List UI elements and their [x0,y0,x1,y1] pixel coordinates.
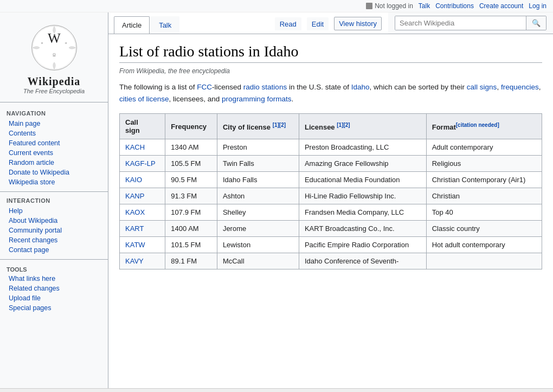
sidebar-item-wikipedia-store[interactable]: Wikipedia store [0,177,108,187]
tab-view-history[interactable]: View history [334,17,382,30]
call-sign-link[interactable]: KACH [125,143,145,151]
cell-format: Top 40 [426,204,542,221]
idaho-link[interactable]: Idaho [351,83,370,91]
navigation-heading: Navigation [0,108,108,119]
from-wiki-text: From Wikipedia, the free encyclopedia [119,67,542,75]
cell-licensee: Educational Media Foundation [299,172,426,188]
tab-read[interactable]: Read [275,17,301,30]
programming-formats-link[interactable]: programming formats [222,95,291,103]
cell-city: Shelley [217,204,299,221]
cell-licensee: Amazing Grace Fellowship [299,156,426,172]
table-row: KAVY89.1 FMMcCallIdaho Conference of Sev… [120,253,542,269]
cell-licensee: Pacific Empire Radio Corporation [299,237,426,253]
bottombar: open in browser | PRO version Are you a … [0,388,553,392]
cell-call-sign: KACH [120,139,165,156]
tools-section: Tools What links here Related changes Up… [0,263,108,313]
call-sign-link[interactable]: KART [125,224,144,233]
table-row: KACH1340 AMPrestonPreston Broadcasting, … [120,139,542,156]
col-header-call-sign: Callsign [120,114,165,139]
sidebar-item-recent-changes[interactable]: Recent changes [0,235,108,245]
frequencies-link[interactable]: frequencies [501,83,539,91]
page-title: List of radio stations in Idaho [119,43,542,63]
create-account-link[interactable]: Create account [479,2,523,10]
cell-licensee: KART Broadcasting Co., Inc. [299,221,426,237]
tools-heading: Tools [0,263,108,274]
user-icon [366,3,372,9]
tabs-left: Article Talk [114,16,181,34]
cell-frequency: 101.5 FM [165,237,217,253]
search-box: 🔍 [395,16,546,30]
svg-text:Ω: Ω [53,53,55,57]
cell-city: Lewiston [217,237,299,253]
col-header-city: City of license [1][2] [217,114,299,139]
col-header-frequency: Frequency [165,114,217,139]
sidebar-item-help[interactable]: Help [0,206,108,216]
sidebar-item-contact[interactable]: Contact page [0,245,108,255]
cell-licensee: Idaho Conference of Seventh- [299,253,426,269]
logo-area: W Ω я α 文 Wikipedia The Free Encyclopedi… [0,18,108,102]
not-logged-in-text: Not logged in [375,2,413,10]
search-container: 🔍 [388,12,553,34]
cell-frequency: 91.3 FM [165,188,217,204]
table-row: KAGF-LP105.5 FMTwin FallsAmazing Grace F… [120,156,542,172]
cell-licensee: Frandsen Media Company, LLC [299,204,426,221]
interaction-section: Interaction Help About Wikipedia Communi… [0,195,108,255]
cell-frequency: 1340 AM [165,139,217,156]
cell-format: Christian Contemporary (Air1) [426,172,542,188]
sidebar-item-community-portal[interactable]: Community portal [0,226,108,235]
call-sign-link[interactable]: KAVY [125,257,144,265]
cell-call-sign: KANP [120,188,165,204]
cell-city: McCall [217,253,299,269]
intro-paragraph: The following is a list of FCC-licensed … [119,81,542,105]
talk-link[interactable]: Talk [419,2,430,10]
cell-format: Adult contemporary [426,139,542,156]
cell-format: Classic country [426,221,542,237]
sidebar-item-what-links-here[interactable]: What links here [0,274,108,284]
radio-stations-link[interactable]: radio stations [243,83,287,91]
cell-format: Christian [426,188,542,204]
sidebar-item-main-page[interactable]: Main page [0,119,108,128]
table-row: KATW101.5 FMLewistonPacific Empire Radio… [120,237,542,253]
call-sign-link[interactable]: KAOX [125,208,145,216]
cell-call-sign: KAGF-LP [120,156,165,172]
sidebar-item-contents[interactable]: Contents [0,128,108,138]
sidebar-item-random-article[interactable]: Random article [0,158,108,168]
tab-edit[interactable]: Edit [307,17,329,30]
sidebar-item-donate[interactable]: Donate to Wikipedia [0,168,108,177]
tab-talk[interactable]: Talk [151,16,179,34]
cell-format: Hot adult contemporary [426,237,542,253]
cell-city: Preston [217,139,299,156]
call-sign-link[interactable]: KATW [125,241,145,249]
sidebar-item-current-events[interactable]: Current events [0,148,108,158]
cell-call-sign: KAIO [120,172,165,188]
log-in-link[interactable]: Log in [529,2,546,10]
cell-format [426,253,542,269]
col-header-format: Format[citation needed] [426,114,542,139]
cell-format: Religious [426,156,542,172]
table-row: KANP91.3 FMAshtonHi-Line Radio Fellowshi… [120,188,542,204]
sidebar-item-featured-content[interactable]: Featured content [0,138,108,148]
call-sign-link[interactable]: KAGF-LP [125,159,156,168]
sidebar-item-special-pages[interactable]: Special pages [0,303,108,313]
interaction-heading: Interaction [0,195,108,206]
contributions-link[interactable]: Contributions [435,2,474,10]
sidebar-item-related-changes[interactable]: Related changes [0,284,108,293]
search-input[interactable] [395,16,526,30]
navigation-section: Navigation Main page Contents Featured c… [0,108,108,187]
cell-licensee: Preston Broadcasting, LLC [299,139,426,156]
sidebar: W Ω я α 文 Wikipedia The Free Encyclopedi… [0,12,108,388]
call-sign-link[interactable]: KANP [125,192,144,200]
cell-frequency: 89.1 FM [165,253,217,269]
fcc-link[interactable]: FCC [197,83,212,91]
sidebar-item-upload-file[interactable]: Upload file [0,293,108,303]
cities-link[interactable]: cities of license [119,95,169,103]
cell-frequency: 107.9 FM [165,204,217,221]
sidebar-item-about[interactable]: About Wikipedia [0,216,108,226]
svg-text:я: я [41,41,43,44]
call-sign-link[interactable]: KAIO [125,176,142,184]
tab-article[interactable]: Article [114,16,150,34]
table-body: KACH1340 AMPrestonPreston Broadcasting, … [120,139,542,269]
table-row: KAOX107.9 FMShelleyFrandsen Media Compan… [120,204,542,221]
search-button[interactable]: 🔍 [526,16,546,30]
call-signs-link[interactable]: call signs [467,83,497,91]
